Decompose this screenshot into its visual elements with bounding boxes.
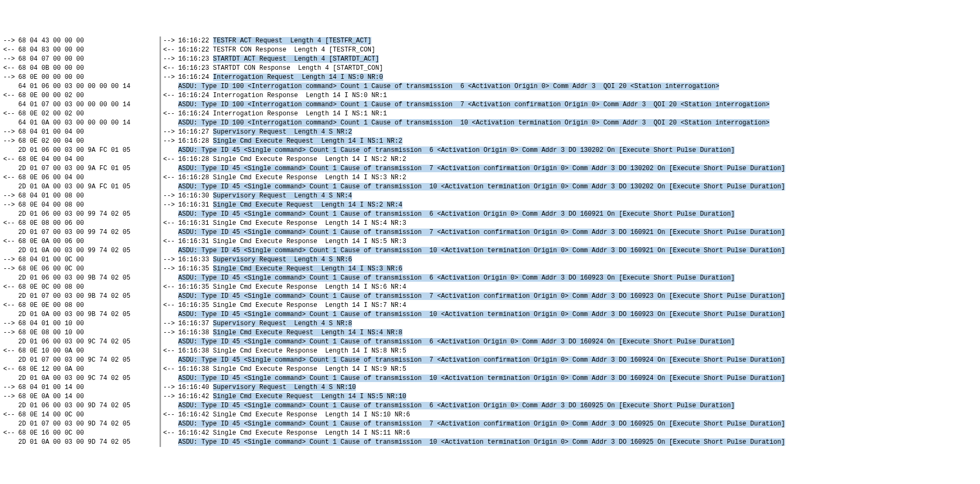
hex-row[interactable]: 2D 01 0A 00 03 00 9D 74 02 05 bbox=[3, 438, 159, 447]
decoded-row[interactable]: ASDU: Type ID 45 <Single command> Count … bbox=[163, 210, 980, 219]
hex-row[interactable]: 2D 01 06 00 03 00 9C 74 02 05 bbox=[3, 338, 159, 347]
decoded-row[interactable]: ASDU: Type ID 45 <Single command> Count … bbox=[163, 420, 980, 429]
decoded-row[interactable]: ASDU: Type ID 45 <Single command> Count … bbox=[163, 438, 980, 447]
hex-row[interactable]: 2D 01 07 00 03 00 9C 74 02 05 bbox=[3, 356, 159, 365]
direction-arrow: --> bbox=[3, 265, 18, 274]
decoded-row[interactable]: ASDU: Type ID 45 <Single command> Count … bbox=[163, 274, 980, 283]
decoded-row[interactable]: <--16:16:24 Interrogation Response Lengt… bbox=[163, 109, 980, 119]
hex-row[interactable]: 2D 01 07 00 03 00 9A FC 01 05 bbox=[3, 164, 159, 173]
decoded-row[interactable]: ASDU: Type ID 45 <Single command> Count … bbox=[163, 292, 980, 301]
hex-row[interactable]: -->68 04 01 00 04 00 bbox=[3, 128, 159, 137]
decoded-row[interactable]: -->16:16:28 Single Cmd Execute Request L… bbox=[163, 137, 980, 146]
hex-row[interactable]: -->68 0E 00 00 00 00 bbox=[3, 73, 159, 82]
indent bbox=[163, 438, 178, 447]
hex-row[interactable]: <--68 0E 12 00 0A 00 bbox=[3, 365, 159, 374]
decoded-row[interactable]: <--16:16:35 Single Cmd Execute Response … bbox=[163, 301, 980, 310]
hex-row[interactable]: -->68 04 01 00 10 00 bbox=[3, 319, 159, 328]
indent bbox=[163, 246, 178, 255]
decoded-row[interactable]: ASDU: Type ID 45 <Single command> Count … bbox=[163, 374, 980, 383]
decoded-row[interactable]: <--16:16:28 Single Cmd Execute Response … bbox=[163, 155, 980, 164]
hex-row[interactable]: <--68 0E 0E 00 08 00 bbox=[3, 301, 159, 310]
decoded-row[interactable]: ASDU: Type ID 45 <Single command> Count … bbox=[163, 182, 980, 192]
decoded-row[interactable]: <--16:16:24 Interrogation Response Lengt… bbox=[163, 91, 980, 100]
decoded-row[interactable]: ASDU: Type ID 100 <Interrogation command… bbox=[163, 82, 980, 91]
hex-row[interactable]: <--68 0E 08 00 06 00 bbox=[3, 219, 159, 228]
decoded-row[interactable]: <--16:16:35 Single Cmd Execute Response … bbox=[163, 283, 980, 292]
decoded-row[interactable]: -->16:16:33 Supervisory Request Length 4… bbox=[163, 255, 980, 265]
hex-dump-panel[interactable]: -->68 04 43 00 00 00<--68 04 83 00 00 00… bbox=[0, 36, 160, 447]
decoded-row[interactable]: -->16:16:22 TESTFR ACT Request Length 4 … bbox=[163, 36, 980, 46]
decoded-row[interactable]: -->16:16:27 Supervisory Request Length 4… bbox=[163, 128, 980, 137]
hex-row[interactable]: 2D 01 07 00 03 00 9B 74 02 05 bbox=[3, 292, 159, 301]
decoded-row[interactable]: -->16:16:38 Single Cmd Execute Request L… bbox=[163, 328, 980, 338]
decoded-row[interactable]: <--16:16:23 STARTDT CON Response Length … bbox=[163, 64, 980, 73]
decoded-row[interactable]: -->16:16:35 Single Cmd Execute Request L… bbox=[163, 265, 980, 274]
hex-row[interactable]: 2D 01 0A 00 03 00 9B 74 02 05 bbox=[3, 310, 159, 319]
direction-arrow: <-- bbox=[3, 91, 18, 100]
hex-row[interactable]: <--68 0E 0A 00 06 00 bbox=[3, 237, 159, 246]
hex-row[interactable]: <--68 0E 02 00 02 00 bbox=[3, 109, 159, 119]
message-text: Single Cmd Execute Response Length 14 I … bbox=[213, 302, 406, 309]
decoded-row[interactable]: ASDU: Type ID 45 <Single command> Count … bbox=[163, 338, 980, 347]
decoded-row[interactable]: -->16:16:42 Single Cmd Execute Request L… bbox=[163, 392, 980, 401]
hex-row[interactable]: 2D 01 0A 00 03 00 9C 74 02 05 bbox=[3, 374, 159, 383]
hex-row[interactable]: 2D 01 06 00 03 00 9B 74 02 05 bbox=[3, 274, 159, 283]
hex-row[interactable]: 2D 01 06 00 03 00 9A FC 01 05 bbox=[3, 146, 159, 155]
decoded-row[interactable]: <--16:16:28 Single Cmd Execute Response … bbox=[163, 173, 980, 182]
decoded-row[interactable]: -->16:16:40 Supervisory Request Length 4… bbox=[163, 383, 980, 392]
hex-row[interactable]: <--68 0E 04 00 04 00 bbox=[3, 155, 159, 164]
decoded-row[interactable]: <--16:16:42 Single Cmd Execute Response … bbox=[163, 429, 980, 438]
hex-row[interactable]: -->68 04 01 00 14 00 bbox=[3, 383, 159, 392]
decoded-row[interactable]: <--16:16:42 Single Cmd Execute Response … bbox=[163, 410, 980, 420]
hex-row[interactable]: 64 01 06 00 03 00 00 00 00 14 bbox=[3, 82, 159, 91]
direction-arrow bbox=[3, 228, 18, 237]
decoded-row[interactable]: <--16:16:38 Single Cmd Execute Response … bbox=[163, 347, 980, 356]
hex-row[interactable]: <--68 0E 16 00 0C 00 bbox=[3, 429, 159, 438]
hex-row[interactable]: 2D 01 06 00 03 00 99 74 02 05 bbox=[3, 210, 159, 219]
decoded-row[interactable]: -->16:16:30 Supervisory Request Length 4… bbox=[163, 192, 980, 201]
decoded-row[interactable]: ASDU: Type ID 45 <Single command> Count … bbox=[163, 228, 980, 237]
hex-row[interactable]: <--68 04 0B 00 00 00 bbox=[3, 64, 159, 73]
hex-row[interactable]: -->68 0E 06 00 0C 00 bbox=[3, 265, 159, 274]
decoded-row[interactable]: ASDU: Type ID 45 <Single command> Count … bbox=[163, 310, 980, 319]
decoded-row[interactable]: ASDU: Type ID 45 <Single command> Count … bbox=[163, 146, 980, 155]
decoded-row[interactable]: -->16:16:37 Supervisory Request Length 4… bbox=[163, 319, 980, 328]
hex-row[interactable]: -->68 04 01 00 08 00 bbox=[3, 192, 159, 201]
hex-row[interactable]: <--68 0E 06 00 04 00 bbox=[3, 173, 159, 182]
hex-row[interactable]: <--68 0E 14 00 0C 00 bbox=[3, 410, 159, 420]
hex-bytes: 68 0E 0A 00 14 00 bbox=[18, 393, 84, 400]
hex-row[interactable]: <--68 04 83 00 00 00 bbox=[3, 46, 159, 55]
hex-row[interactable]: -->68 0E 08 00 10 00 bbox=[3, 328, 159, 338]
decoded-row[interactable]: ASDU: Type ID 45 <Single command> Count … bbox=[163, 356, 980, 365]
decoded-row[interactable]: ASDU: Type ID 45 <Single command> Count … bbox=[163, 246, 980, 255]
hex-row[interactable]: 2D 01 07 00 03 00 9D 74 02 05 bbox=[3, 420, 159, 429]
decoded-row[interactable]: <--16:16:22 TESTFR CON Response Length 4… bbox=[163, 46, 980, 55]
decoded-row[interactable]: -->16:16:23 STARTDT ACT Request Length 4… bbox=[163, 55, 980, 64]
hex-row[interactable]: -->68 0E 04 00 08 00 bbox=[3, 201, 159, 210]
decoded-row[interactable]: -->16:16:31 Single Cmd Execute Request L… bbox=[163, 201, 980, 210]
hex-row[interactable]: 2D 01 06 00 03 00 9D 74 02 05 bbox=[3, 401, 159, 410]
hex-row[interactable]: -->68 0E 02 00 04 00 bbox=[3, 137, 159, 146]
hex-row[interactable]: <--68 0E 10 00 0A 00 bbox=[3, 347, 159, 356]
hex-row[interactable]: -->68 04 07 00 00 00 bbox=[3, 55, 159, 64]
decoded-row[interactable]: ASDU: Type ID 45 <Single command> Count … bbox=[163, 401, 980, 410]
hex-row[interactable]: <--68 0E 00 00 02 00 bbox=[3, 91, 159, 100]
decoded-panel[interactable]: -->16:16:22 TESTFR ACT Request Length 4 … bbox=[160, 36, 980, 447]
hex-row[interactable]: 64 01 0A 00 03 00 00 00 00 14 bbox=[3, 119, 159, 128]
hex-row[interactable]: 2D 01 07 00 03 00 99 74 02 05 bbox=[3, 228, 159, 237]
hex-row[interactable]: 2D 01 0A 00 03 00 9A FC 01 05 bbox=[3, 182, 159, 192]
decoded-row[interactable]: <--16:16:31 Single Cmd Execute Response … bbox=[163, 237, 980, 246]
decoded-row[interactable]: -->16:16:24 Interrogation Request Length… bbox=[163, 73, 980, 82]
decoded-row[interactable]: ASDU: Type ID 100 <Interrogation command… bbox=[163, 119, 980, 128]
hex-row[interactable]: 64 01 07 00 03 00 00 00 00 14 bbox=[3, 100, 159, 109]
hex-bytes: 68 04 01 00 0C 00 bbox=[18, 256, 84, 263]
decoded-row[interactable]: ASDU: Type ID 100 <Interrogation command… bbox=[163, 100, 980, 109]
hex-row[interactable]: -->68 04 01 00 0C 00 bbox=[3, 255, 159, 265]
decoded-row[interactable]: <--16:16:38 Single Cmd Execute Response … bbox=[163, 365, 980, 374]
hex-row[interactable]: <--68 0E 0C 00 08 00 bbox=[3, 283, 159, 292]
decoded-row[interactable]: <--16:16:31 Single Cmd Execute Response … bbox=[163, 219, 980, 228]
hex-row[interactable]: -->68 04 43 00 00 00 bbox=[3, 36, 159, 46]
decoded-row[interactable]: ASDU: Type ID 45 <Single command> Count … bbox=[163, 164, 980, 173]
hex-row[interactable]: 2D 01 0A 00 03 00 99 74 02 05 bbox=[3, 246, 159, 255]
hex-row[interactable]: -->68 0E 0A 00 14 00 bbox=[3, 392, 159, 401]
